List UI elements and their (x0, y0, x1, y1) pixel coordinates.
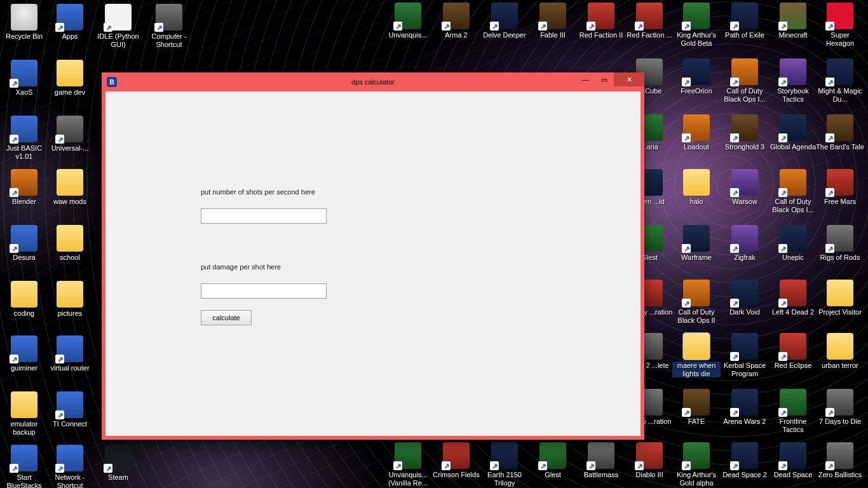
desktop-icon-unvanquished[interactable]: ↗Unvanquis... (384, 3, 432, 39)
shortcut-arrow-icon: ↗ (490, 461, 499, 470)
desktop-icon-halo[interactable]: halo (672, 169, 721, 206)
arena-wars-2-icon: ↗ (731, 389, 758, 416)
desktop-icon-game-dev[interactable]: game dev (46, 60, 94, 97)
shortcut-arrow-icon: ↗ (778, 188, 787, 197)
network-shortcut-icon: ↗ (57, 445, 83, 471)
desktop-icon-label: Path of Exile (721, 31, 769, 39)
desktop-icon-start-bluestacks[interactable]: ↗Start BlueStacks (0, 445, 48, 488)
shortcut-arrow-icon: ↗ (393, 22, 402, 30)
desktop-icon-computer-shortcut[interactable]: ↗Computer - Shortcut (145, 4, 193, 48)
desktop-icon-earth-2150[interactable]: ↗Earth 2150 Trilogy (480, 442, 529, 487)
desktop-icon-guiminer[interactable]: ↗guiminer (0, 336, 48, 372)
desktop-icon-blender[interactable]: ↗Blender (0, 169, 48, 206)
desktop-icon-zero-ballistics[interactable]: ↗Zero Ballistics (816, 442, 864, 479)
desktop-icon-cod-bo1[interactable]: ↗Call of Duty Black Ops I... (721, 58, 769, 103)
desktop-icon-arena-wars-2[interactable]: ↗Arena Wars 2 (721, 389, 769, 426)
desktop-icon-urban-terror[interactable]: urban terror (816, 333, 864, 370)
desktop-icon-zigfrak[interactable]: ↗Zigfrak (721, 225, 769, 262)
desktop-icon-crimson-fields[interactable]: ↗Crimson Fields (432, 442, 480, 479)
desktop-icon-dead-space-2[interactable]: ↗Dead Space 2 (721, 442, 769, 479)
shortcut-arrow-icon: ↗ (55, 464, 64, 473)
desktop-icon-dark-void[interactable]: ↗Dark Void (721, 280, 769, 316)
desktop-icon-red-eclipse[interactable]: ↗Red Eclipse (769, 333, 817, 370)
desktop-icon-network-shortcut[interactable]: ↗Network - Shortcut (46, 445, 94, 488)
desktop-icon-red-faction-2[interactable]: ↗Red Faction II (577, 3, 625, 39)
desktop-icon-waw-mods[interactable]: waw mods (46, 169, 94, 206)
desktop-icon-just-basic[interactable]: ↗Just BASIC v1.01 (0, 116, 48, 160)
calculate-button[interactable]: calculate (201, 310, 252, 325)
desktop-icon-kag-alpha[interactable]: ↗King Arthur's Gold alpha (672, 442, 721, 487)
desktop-icon-ksp[interactable]: ↗Kerbal Space Program (721, 333, 769, 377)
desktop-icon-unvanq-vanilla[interactable]: ↗Unvanquis... (Vanilla Re... (384, 442, 432, 487)
shortcut-arrow-icon: ↗ (682, 461, 691, 470)
desktop-icon-cod-bo-x[interactable]: ↗Call of Duty Black Ops I... (769, 169, 817, 214)
desktop-icon-freeorion[interactable]: ↗FreeOrion (672, 58, 721, 95)
desktop-icon-warsow[interactable]: ↗Warsow (721, 169, 769, 206)
desktop-icon-project-visitor[interactable]: Project Visitor (816, 280, 864, 316)
desktop-icon-label: Rigs of Rods (816, 254, 864, 262)
desktop-icon-loadout[interactable]: ↗Loadout (672, 114, 721, 151)
waw-mods-icon (57, 169, 83, 196)
desktop-icon-warframe[interactable]: ↗Warframe (672, 225, 721, 262)
unvanq-vanilla-icon: ↗ (395, 442, 421, 469)
desktop-icon-pictures[interactable]: pictures (46, 281, 94, 318)
desktop-icon-steam[interactable]: ↗Steam (94, 445, 142, 482)
desktop-icon-apps[interactable]: ↗Apps (46, 4, 94, 41)
desktop-icon-label: Unepic (769, 254, 817, 262)
desktop-icon-rigs-of-rods[interactable]: ↗Rigs of Rods (816, 225, 864, 262)
maximize-button[interactable]: ▭ (595, 72, 614, 86)
shots-label: put number of shots per second here (201, 188, 468, 196)
desktop-icon-storybook-tactics[interactable]: ↗Storybook Tactics (769, 58, 817, 103)
damage-input[interactable] (201, 283, 327, 299)
desktop-icon-fate[interactable]: ↗FATE (672, 389, 721, 426)
desktop-icon-label: Battlemass (577, 471, 625, 479)
desktop-icon-dead-space[interactable]: ↗Dead Space (769, 442, 817, 479)
school-icon (57, 225, 83, 252)
desktop-icon-battlemass[interactable]: ↗Battlemass (577, 442, 625, 479)
minimize-button[interactable]: — (576, 72, 595, 86)
desktop-icon-l4d2[interactable]: ↗Left 4 Dead 2 (769, 280, 817, 316)
titlebar[interactable]: B dps calculator — ▭ ✕ (102, 72, 644, 92)
desktop-icon-minecraft[interactable]: ↗Minecraft (769, 3, 817, 39)
desktop-icon-might-magic[interactable]: ↗Might & Magic Du... (816, 58, 864, 103)
desktop-icon-free-mars[interactable]: ↗Free Mars (816, 169, 864, 206)
desktop-icon-maere[interactable]: maere when lights die (672, 333, 721, 377)
shortcut-arrow-icon: ↗ (682, 78, 691, 86)
7dtd-icon: ↗ (827, 389, 853, 416)
desktop-icon-unepic[interactable]: ↗Unepic (769, 225, 817, 262)
desktop-icon-7dtd[interactable]: ↗7 Days to Die (816, 389, 864, 426)
desktop-icon-recycle-bin[interactable]: Recycle Bin (0, 4, 48, 41)
shortcut-arrow-icon: ↗ (55, 410, 64, 419)
desktop-icon-super-hexagon[interactable]: ↗Super Hexagon (816, 3, 864, 47)
desktop-icon-diablo-3[interactable]: ↗Diablo III (625, 442, 674, 479)
crimson-fields-icon: ↗ (443, 442, 470, 469)
desktop-icon-idle-python[interactable]: ↗IDLE (Python GUI) (94, 4, 142, 48)
shortcut-arrow-icon: ↗ (730, 299, 739, 308)
desktop-icon-frontline-tactics[interactable]: ↗Frontline Tactics (769, 389, 817, 433)
desktop-icon-xaos[interactable]: ↗XaoS (0, 60, 48, 97)
desktop-icon-label: Fable III (529, 31, 577, 39)
desktop-icon-king-arthurs-gold[interactable]: ↗King Arthur's Gold Beta (672, 3, 721, 47)
desktop-icon-emulator-backup[interactable]: emulator backup (0, 391, 48, 436)
desktop-icon-school[interactable]: school (46, 225, 94, 262)
desktop-icon-cod-bo2[interactable]: ↗Call of Duty Black Ops II (672, 280, 721, 324)
desktop-icon-label: King Arthur's Gold alpha (672, 471, 721, 487)
desktop-icon-virtual-router[interactable]: ↗virtual router (46, 336, 94, 372)
desktop-icon-ti-connect[interactable]: ↗TI Connect (46, 391, 94, 428)
desktop-icon-glest-b[interactable]: ↗Glest (529, 442, 577, 479)
shots-input[interactable] (201, 208, 327, 224)
desktop-icon-bards-tale[interactable]: ↗The Bard's Tale (816, 114, 864, 151)
desktop-icon-desura[interactable]: ↗Desura (0, 225, 48, 262)
desktop-icon-arma2[interactable]: ↗Arma 2 (432, 3, 480, 39)
close-button[interactable]: ✕ (614, 72, 644, 86)
kag-alpha-icon: ↗ (683, 442, 710, 469)
desktop-icon-global-agenda[interactable]: ↗Global Agenda (769, 114, 817, 151)
desktop-icon-delve-deeper[interactable]: ↗Delve Deeper (480, 3, 529, 39)
desktop-icon-coding[interactable]: coding (0, 281, 48, 318)
desktop-icon-red-faction[interactable]: ↗Red Faction ... (625, 3, 674, 39)
desktop-icon-universal[interactable]: ↗Universal-... (46, 116, 94, 152)
desktop-icon-stronghold3[interactable]: ↗Stronghold 3 (721, 114, 769, 151)
blender-icon: ↗ (11, 169, 37, 196)
desktop-icon-fable3[interactable]: ↗Fable III (529, 3, 577, 39)
desktop-icon-path-of-exile[interactable]: ↗Path of Exile (721, 3, 769, 39)
